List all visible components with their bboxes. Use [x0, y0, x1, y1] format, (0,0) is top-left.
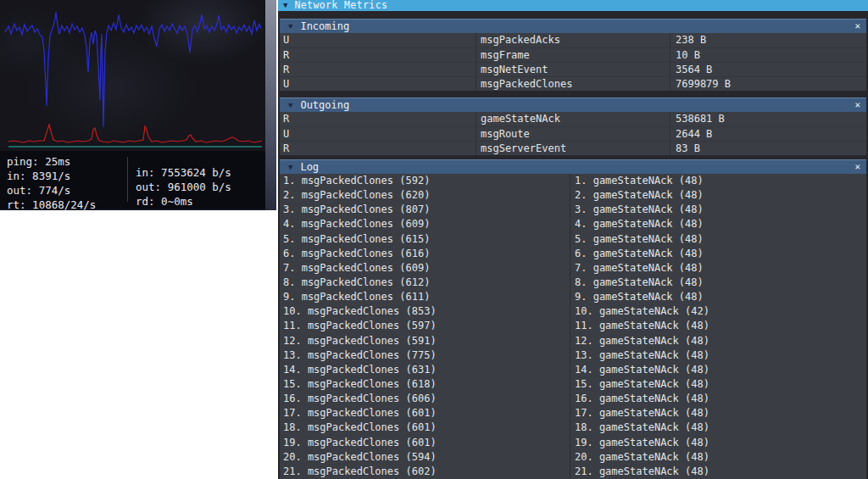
log-entry: 18. gameStateNAck (48) [570, 421, 866, 435]
metric-message-name: msgNetEvent [476, 63, 670, 76]
metric-channel-flag: R [280, 63, 476, 76]
log-entry: 13. gameStateNAck (48) [570, 348, 866, 363]
collapse-arrow-icon[interactable]: ▼ [283, 0, 287, 11]
log-entry: 17. msgPackedClones (601) [280, 406, 570, 421]
net-stats-readout: ping: 25ms in: 8391/s out: 774/s rt: 108… [0, 151, 265, 210]
metric-message-name: msgPackedAcks [476, 33, 670, 47]
stat-in-bytes: in: 7553624 b/s [136, 165, 231, 180]
stat-rt: rt: 10868/24/s [7, 198, 127, 212]
close-icon[interactable]: ✕ [854, 19, 860, 33]
metric-byte-size: 10 B [670, 48, 866, 62]
graph-primary-rate-line [5, 12, 261, 127]
metric-message-name: msgFrame [476, 48, 670, 62]
log-entry: 2. gameStateNAck (48) [570, 188, 866, 203]
log-entry: 6. gameStateNAck (48) [570, 247, 866, 261]
log-entry: 21. gameStateNAck (48) [570, 465, 866, 479]
log-section-title: Log [300, 160, 319, 174]
log-entry: 9. msgPackedClones (611) [280, 290, 570, 304]
log-entry: 16. msgPackedClones (606) [280, 392, 570, 406]
metric-channel-flag: U [280, 77, 476, 91]
close-icon[interactable]: ✕ [854, 160, 860, 174]
net-stats-column-right: in: 7553624 b/s out: 961000 b/s rd: 0~0m… [128, 154, 231, 209]
incoming-rows: U msgPackedAcks 238 B R msgFrame 10 B R … [280, 33, 866, 91]
metric-channel-flag: U [280, 127, 476, 141]
metric-row: R msgFrame 10 B [280, 47, 866, 62]
metric-byte-size: 238 B [670, 33, 866, 47]
net-graph-overlay: ping: 25ms in: 8391/s out: 774/s rt: 108… [0, 0, 265, 210]
metric-byte-size: 2644 B [670, 127, 866, 141]
log-entry: 1. gameStateNAck (48) [570, 174, 866, 188]
screenshot-root: ping: 25ms in: 8391/s out: 774/s rt: 108… [0, 0, 868, 479]
log-entry: 21. msgPackedClones (602) [280, 465, 570, 479]
outgoing-section-header[interactable]: ▼ Outgoing ✕ [280, 97, 866, 112]
panel-title-bar[interactable]: ▼ Network Metrics [278, 0, 868, 11]
incoming-section-header[interactable]: ▼ Incoming ✕ [280, 19, 866, 33]
log-entry: 5. gameStateNAck (48) [570, 232, 866, 247]
outgoing-rows: R gameStateNAck 538681 B U msgRoute 2644… [280, 112, 866, 155]
graph-spike-rate-line [8, 125, 262, 142]
metric-message-name: msgServerEvent [476, 142, 670, 155]
stat-in-rate: in: 8391/s [7, 169, 127, 183]
collapse-arrow-icon[interactable]: ▼ [288, 98, 292, 112]
network-metrics-panel: ▼ Network Metrics ▼ Incoming ✕ U msgPack… [278, 0, 868, 479]
log-entry: 19. msgPackedClones (601) [280, 436, 570, 450]
close-icon[interactable]: ✕ [854, 98, 860, 112]
metric-row: R gameStateNAck 538681 B [280, 112, 866, 126]
metric-message-name: msgPackedClones [476, 77, 670, 91]
log-entry: 3. msgPackedClones (807) [280, 203, 570, 217]
log-entry: 15. gameStateNAck (48) [570, 377, 866, 392]
metric-byte-size: 538681 B [670, 112, 866, 126]
metric-channel-flag: R [280, 48, 476, 62]
log-entry: 14. msgPackedClones (631) [280, 363, 570, 377]
stat-ping: ping: 25ms [7, 154, 127, 169]
section-gap [280, 91, 866, 97]
log-entry: 11. gameStateNAck (48) [570, 319, 866, 333]
log-entry: 10. gameStateNAck (42) [570, 304, 866, 319]
log-entry: 6. msgPackedClones (616) [280, 247, 570, 261]
log-entry: 9. gameStateNAck (48) [570, 290, 866, 304]
metric-row: R msgNetEvent 3564 B [280, 62, 866, 76]
collapse-arrow-icon[interactable]: ▼ [288, 19, 292, 33]
stat-out-rate: out: 774/s [7, 183, 127, 198]
log-entry: 3. gameStateNAck (48) [570, 203, 866, 217]
metric-channel-flag: R [280, 142, 476, 155]
stat-rd: rd: 0~0ms [136, 194, 231, 209]
log-body: 1. msgPackedClones (592) 2. msgPackedClo… [280, 174, 866, 479]
log-entry: 20. msgPackedClones (594) [280, 450, 570, 465]
log-entry: 10. msgPackedClones (853) [280, 304, 570, 319]
log-entry: 15. msgPackedClones (618) [280, 377, 570, 392]
log-entry: 4. msgPackedClones (609) [280, 217, 570, 231]
log-entry: 16. gameStateNAck (48) [570, 392, 866, 406]
log-entry: 1. msgPackedClones (592) [280, 174, 570, 188]
network-traffic-graph [0, 0, 265, 151]
metric-row: U msgRoute 2644 B [280, 126, 866, 141]
log-section-header[interactable]: ▼ Log ✕ [280, 159, 866, 174]
log-entry: 4. gameStateNAck (48) [570, 217, 866, 231]
stat-out-bytes: out: 961000 b/s [136, 180, 231, 194]
metric-message-name: gameStateNAck [476, 112, 670, 126]
log-entry: 7. gameStateNAck (48) [570, 261, 866, 276]
metric-message-name: msgRoute [476, 127, 670, 141]
collapse-arrow-icon[interactable]: ▼ [288, 160, 292, 174]
metric-channel-flag: R [280, 112, 476, 126]
log-entry: 19. gameStateNAck (48) [570, 436, 866, 450]
incoming-section-title: Incoming [300, 19, 349, 33]
log-entry: 20. gameStateNAck (48) [570, 450, 866, 465]
log-entry: 11. msgPackedClones (597) [280, 319, 570, 333]
log-column-clones: 1. msgPackedClones (592) 2. msgPackedClo… [280, 174, 570, 479]
metric-row: R msgServerEvent 83 B [280, 141, 866, 155]
outgoing-section-title: Outgoing [300, 98, 349, 112]
log-entry: 7. msgPackedClones (609) [280, 261, 570, 276]
metric-channel-flag: U [280, 33, 476, 47]
net-stats-column-left: ping: 25ms in: 8391/s out: 774/s rt: 108… [0, 154, 127, 209]
log-entry: 5. msgPackedClones (615) [280, 232, 570, 247]
game-world-sliver [265, 0, 276, 210]
log-entry: 18. msgPackedClones (601) [280, 421, 570, 435]
log-entry: 13. msgPackedClones (775) [280, 348, 570, 363]
metric-byte-size: 83 B [670, 142, 866, 155]
log-entry: 8. gameStateNAck (48) [570, 276, 866, 290]
log-column-nack: 1. gameStateNAck (48) 2. gameStateNAck (… [570, 174, 866, 479]
panel-sections: ▼ Incoming ✕ U msgPackedAcks 238 B R msg… [278, 11, 868, 479]
panel-title: Network Metrics [294, 0, 387, 11]
log-entry: 8. msgPackedClones (612) [280, 276, 570, 290]
